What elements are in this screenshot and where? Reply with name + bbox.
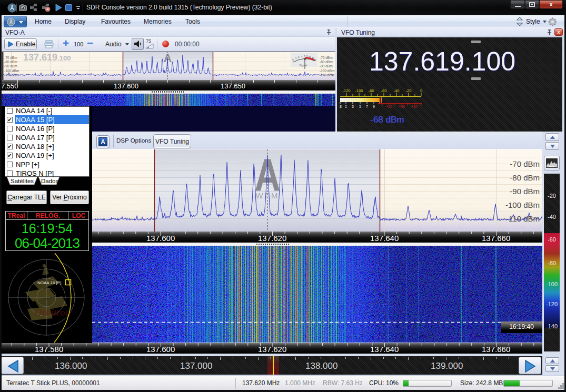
svg-text:7: 7 xyxy=(366,105,368,108)
svg-text:Satélites: Satélites xyxy=(11,178,34,184)
svg-text:3: 3 xyxy=(298,56,300,58)
svg-text:Dados: Dados xyxy=(41,178,58,184)
svg-text:5: 5 xyxy=(359,105,361,108)
svg-text:-40: -40 xyxy=(394,88,400,93)
svg-text:0: 0 xyxy=(420,88,422,93)
svg-text:1: 1 xyxy=(345,105,347,108)
svg-text:+40: +40 xyxy=(399,105,405,108)
svg-text:WFM: WFM xyxy=(256,191,280,200)
svg-text:1: 1 xyxy=(295,57,297,59)
svg-text:9: 9 xyxy=(373,105,375,108)
svg-text:S: S xyxy=(292,58,294,61)
svg-text:60: 60 xyxy=(314,58,316,61)
svg-text:Signal: Signal xyxy=(299,64,307,67)
svg-text:NOAA 15 [P]: NOAA 15 [P] xyxy=(37,280,61,285)
svg-text:-80: -80 xyxy=(369,88,374,93)
svg-text:-120: -120 xyxy=(342,88,350,93)
svg-text:-60: -60 xyxy=(381,88,387,93)
svg-text:Orbitron: Orbitron xyxy=(35,307,71,318)
svg-text:+20: +20 xyxy=(386,105,392,108)
svg-text:-20: -20 xyxy=(406,88,412,93)
svg-text:8: 8 xyxy=(340,105,342,108)
svg-text:7: 7 xyxy=(304,55,305,57)
svg-text:9: 9 xyxy=(306,55,308,57)
svg-text:5: 5 xyxy=(301,55,303,58)
svg-text:3: 3 xyxy=(352,105,354,108)
svg-text:-100: -100 xyxy=(355,88,363,93)
svg-text:20: 20 xyxy=(309,56,311,58)
svg-text:+60: +60 xyxy=(411,105,418,108)
